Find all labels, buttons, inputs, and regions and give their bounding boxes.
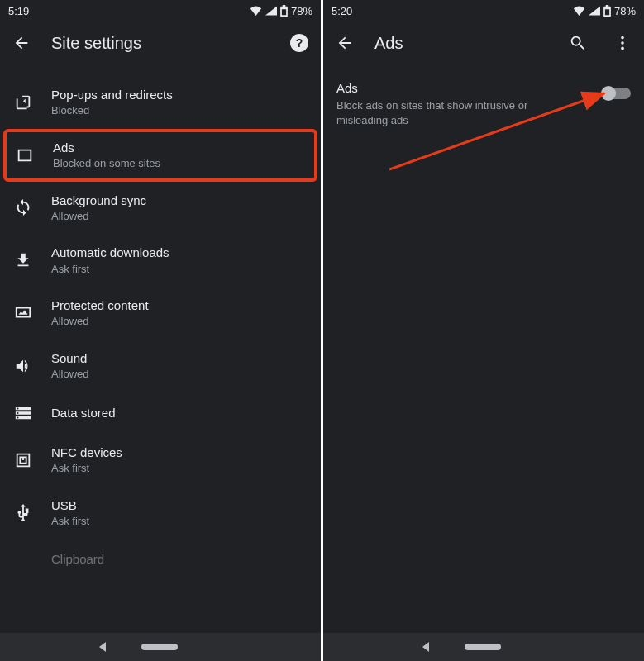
nav-home-icon[interactable]	[141, 644, 178, 650]
app-bar: Ads	[323, 21, 644, 64]
setting-usb[interactable]: USB Ask first	[0, 487, 321, 540]
battery-icon	[280, 5, 288, 17]
nav-bar	[0, 633, 321, 661]
help-icon[interactable]: ?	[289, 33, 309, 53]
app-bar: Site settings ?	[0, 21, 321, 64]
signal-icon	[589, 6, 600, 16]
ads-content: Ads Block ads on sites that show intrusi…	[323, 64, 644, 633]
svg-point-1	[17, 412, 19, 414]
battery-percent: 78%	[614, 5, 636, 17]
more-icon[interactable]	[613, 33, 632, 53]
usb-icon	[13, 502, 33, 522]
wifi-icon	[573, 6, 585, 16]
svg-point-4	[621, 41, 624, 45]
status-bar: 5:20 78%	[323, 0, 644, 21]
setting-title: Automatic downloads	[51, 245, 308, 261]
svg-point-0	[17, 407, 19, 409]
setting-title: Data stored	[51, 405, 308, 421]
setting-title: Protected content	[51, 297, 308, 314]
setting-sub: Ask first	[51, 461, 308, 476]
sync-icon	[13, 197, 33, 217]
svg-point-5	[621, 47, 624, 50]
settings-list: Pop-ups and redirects Blocked Ads Blocke…	[0, 64, 321, 633]
setting-ads[interactable]: Ads Blocked on some sites	[3, 129, 317, 182]
nav-home-icon[interactable]	[465, 644, 501, 650]
nav-back-icon[interactable]	[422, 642, 429, 652]
signal-icon	[265, 6, 277, 16]
nfc-icon	[13, 450, 33, 470]
nav-bar	[323, 633, 644, 661]
setting-sound[interactable]: Sound Allowed	[0, 340, 321, 392]
setting-protected-content[interactable]: Protected content Allowed	[0, 287, 321, 340]
setting-title: Pop-ups and redirects	[51, 87, 308, 103]
setting-clipboard[interactable]: Clipboard	[0, 539, 321, 580]
protected-icon	[13, 303, 33, 323]
setting-sub: Ask first	[51, 262, 308, 277]
setting-title: USB	[51, 497, 308, 514]
storage-icon	[13, 403, 33, 423]
setting-title: Sound	[51, 350, 308, 367]
nav-back-icon[interactable]	[99, 642, 106, 652]
screen-site-settings: 5:19 78% Site settings ?	[0, 0, 321, 661]
clipboard-icon	[13, 549, 33, 569]
setting-auto-downloads[interactable]: Automatic downloads Ask first	[0, 234, 321, 287]
setting-title: Ads	[53, 140, 304, 156]
setting-sub: Allowed	[51, 367, 308, 382]
ads-toggle-row: Ads Block ads on sites that show intrusi…	[323, 76, 644, 133]
setting-title: Background sync	[51, 193, 308, 209]
setting-title: NFC devices	[51, 445, 308, 461]
battery-icon	[603, 5, 611, 17]
page-title: Ads	[374, 34, 548, 53]
setting-data-stored[interactable]: Data stored	[0, 392, 321, 434]
svg-point-3	[621, 36, 624, 40]
ads-heading: Ads	[336, 81, 603, 95]
svg-point-2	[17, 416, 19, 418]
setting-sub: Ask first	[51, 514, 308, 529]
status-bar: 5:19 78%	[0, 0, 321, 21]
battery-percent: 78%	[291, 5, 312, 17]
sound-icon	[13, 356, 33, 376]
back-icon[interactable]	[335, 33, 355, 53]
page-title: Site settings	[51, 34, 270, 53]
setting-title: Clipboard	[51, 551, 308, 568]
ads-toggle[interactable]	[603, 88, 631, 99]
back-icon[interactable]	[12, 33, 31, 53]
setting-sub: Blocked on some sites	[53, 156, 304, 171]
popup-icon	[13, 93, 33, 112]
status-time: 5:19	[8, 5, 250, 17]
setting-nfc[interactable]: NFC devices Ask first	[0, 434, 321, 487]
setting-popups[interactable]: Pop-ups and redirects Blocked	[0, 76, 321, 129]
screen-ads-detail: 5:20 78% Ads Ads B	[323, 0, 644, 661]
setting-sub: Allowed	[51, 209, 308, 224]
setting-sub: Blocked	[51, 103, 308, 118]
toggle-knob	[601, 86, 616, 101]
status-time: 5:20	[332, 5, 573, 17]
wifi-icon	[250, 6, 262, 16]
search-icon[interactable]	[568, 33, 588, 53]
ads-description: Block ads on sites that show intrusive o…	[336, 98, 544, 128]
ads-icon	[15, 145, 35, 165]
setting-background-sync[interactable]: Background sync Allowed	[0, 182, 321, 235]
download-icon	[13, 250, 33, 270]
setting-sub: Allowed	[51, 314, 308, 329]
